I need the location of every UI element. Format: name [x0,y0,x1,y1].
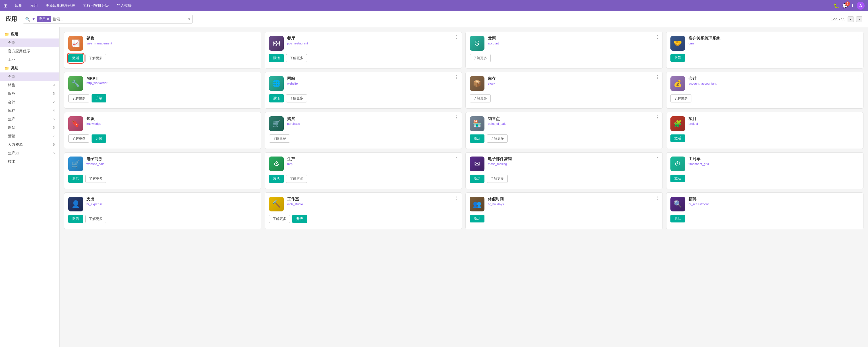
app-card-menu-dots[interactable]: ⋮ [856,155,860,160]
app-name: 餐厅 [287,36,458,41]
app-card-menu-dots[interactable]: ⋮ [655,75,660,79]
btn-learn-more[interactable]: 了解更多 [85,175,106,183]
btn-activate[interactable]: 激活 [269,175,284,183]
app-card-menu-dots[interactable]: ⋮ [455,115,459,120]
btn-activate[interactable]: 激活 [671,134,685,142]
app-card-header: 🧩项目project [671,116,859,131]
btn-learn-more[interactable]: 了解更多 [269,215,290,223]
search-dropdown-arrow[interactable]: ▾ [188,17,190,21]
app-card-menu-dots[interactable]: ⋮ [254,75,258,79]
sidebar-section-category[interactable]: 📁 类别 [0,64,59,72]
btn-learn-more[interactable]: 了解更多 [85,215,106,223]
app-card-menu-dots[interactable]: ⋮ [254,35,258,39]
app-card-menu-dots[interactable]: ⋮ [655,155,660,160]
app-icon: 🤝 [671,36,685,51]
btn-activate[interactable]: 激活 [671,215,685,222]
app-module: stock [488,82,658,85]
btn-learn-more[interactable]: 了解更多 [286,94,307,102]
nav-menu-update[interactable]: 更新应用程序列表 [43,0,78,11]
sidebar-item-cat-sales[interactable]: 销售 9 [0,81,59,90]
app-module: crm [688,42,859,45]
btn-activate[interactable]: 激活 [68,175,83,183]
btn-learn-more[interactable]: 了解更多 [470,54,491,62]
app-card-menu-dots[interactable]: ⋮ [455,155,459,160]
grid-icon[interactable]: ⊞ [3,3,8,9]
sidebar-item-cat-tech[interactable]: 技术 [0,158,59,166]
info-icon[interactable]: ℹ [851,3,853,8]
prev-page-btn[interactable]: ‹ [847,16,854,22]
app-card-menu-dots[interactable]: ⋮ [655,196,660,200]
btn-learn-more[interactable]: 了解更多 [68,134,89,143]
btn-learn-more[interactable]: 了解更多 [487,175,508,183]
sidebar-item-cat-website[interactable]: 网站 5 [0,124,59,132]
sidebar-item-official[interactable]: 官方应用程序 [0,47,59,56]
sidebar-item-apps-all[interactable]: 全部 [0,38,59,47]
app-card-menu-dots[interactable]: ⋮ [455,75,459,79]
search-input[interactable] [53,17,185,21]
btn-learn-more[interactable]: 了解更多 [85,54,106,62]
sidebar-section-apps[interactable]: 📁 应用 [0,30,59,38]
app-card-menu-dots[interactable]: ⋮ [655,35,660,39]
sidebar-item-cat-service[interactable]: 服务 5 [0,90,59,98]
app-card-menu-dots[interactable]: ⋮ [455,35,459,39]
btn-activate[interactable]: 激活 [470,215,485,222]
btn-learn-more[interactable]: 了解更多 [286,54,307,62]
btn-activate[interactable]: 激活 [269,54,284,62]
btn-activate[interactable]: 激活 [470,134,485,143]
sidebar-item-cat-inventory[interactable]: 库存 4 [0,106,59,115]
sidebar-item-cat-manufacturing[interactable]: 生产 5 [0,115,59,124]
btn-learn-more[interactable]: 了解更多 [671,94,691,102]
nav-menu-import[interactable]: 导入模块 [114,0,134,11]
btn-activate[interactable]: 激活 [470,175,485,183]
nav-apps-home[interactable]: 应用 [12,0,25,11]
app-card-menu-dots[interactable]: ⋮ [856,196,860,200]
sidebar-item-industry[interactable]: 工业 [0,56,59,64]
app-name: 电子邮件营销 [488,157,658,162]
app-card: ⋮⏱工时单timesheet_grid激活 [666,152,864,189]
btn-activate[interactable]: 激活 [68,54,83,62]
app-card-menu-dots[interactable]: ⋮ [856,35,860,39]
app-info: 电子商务website_sale [87,157,257,166]
app-icon: 🔨 [269,197,284,211]
sidebar-item-cat-marketing[interactable]: 营销 7 [0,132,59,140]
sidebar-item-cat-hr[interactable]: 人力资源 9 [0,140,59,149]
chat-icon[interactable]: 💬 1 [842,3,848,8]
btn-learn-more[interactable]: 了解更多 [68,94,89,102]
btn-learn-more[interactable]: 了解更多 [487,134,508,143]
sidebar-item-cat-all[interactable]: 全部 [0,72,59,81]
app-card-menu-dots[interactable]: ⋮ [455,196,459,200]
app-card: ⋮🔧MRP IImrp_workorder了解更多升级 [64,72,261,109]
filter-tag-close[interactable]: ✕ [47,17,49,21]
sidebar-item-cat-productivity[interactable]: 生产力 5 [0,149,59,158]
btn-upgrade[interactable]: 升级 [92,134,106,143]
app-card-menu-dots[interactable]: ⋮ [856,75,860,79]
btn-upgrade[interactable]: 升级 [292,215,307,223]
btn-learn-more[interactable]: 了解更多 [286,175,307,183]
btn-learn-more[interactable]: 了解更多 [470,94,491,102]
sidebar-item-cat-sales-count: 9 [53,83,55,87]
nav-menu-apps[interactable]: 应用 [28,0,40,11]
app-card-menu-dots[interactable]: ⋮ [254,155,258,160]
btn-learn-more[interactable]: 了解更多 [269,134,290,143]
sidebar-item-cat-manufacturing-count: 5 [53,117,55,121]
app-card-menu-dots[interactable]: ⋮ [254,115,258,120]
app-card-header: ⏱工时单timesheet_grid [671,157,859,171]
avatar[interactable]: A [857,2,865,10]
filter-tag[interactable]: 应用 ✕ [37,16,51,22]
btn-upgrade[interactable]: 升级 [92,94,106,102]
app-name: 知识 [87,116,257,122]
btn-activate[interactable]: 激活 [671,54,685,62]
next-page-btn[interactable]: › [856,16,862,22]
btn-activate[interactable]: 激活 [671,175,685,182]
app-card-menu-dots[interactable]: ⋮ [856,115,860,120]
sidebar-item-cat-accounting[interactable]: 会计 2 [0,98,59,106]
app-info: 电子邮件营销mass_mailing [488,157,658,166]
debug-icon[interactable]: 🐛 [833,3,839,8]
btn-activate[interactable]: 激活 [68,215,83,223]
app-card-menu-dots[interactable]: ⋮ [655,115,660,120]
nav-menu-upgrade[interactable]: 执行已安排升级 [80,0,112,11]
app-card-menu-dots[interactable]: ⋮ [254,196,258,200]
btn-activate[interactable]: 激活 [269,94,284,102]
app-card-header: 🛒电子商务website_sale [68,157,257,171]
app-name: 会计 [688,76,859,81]
